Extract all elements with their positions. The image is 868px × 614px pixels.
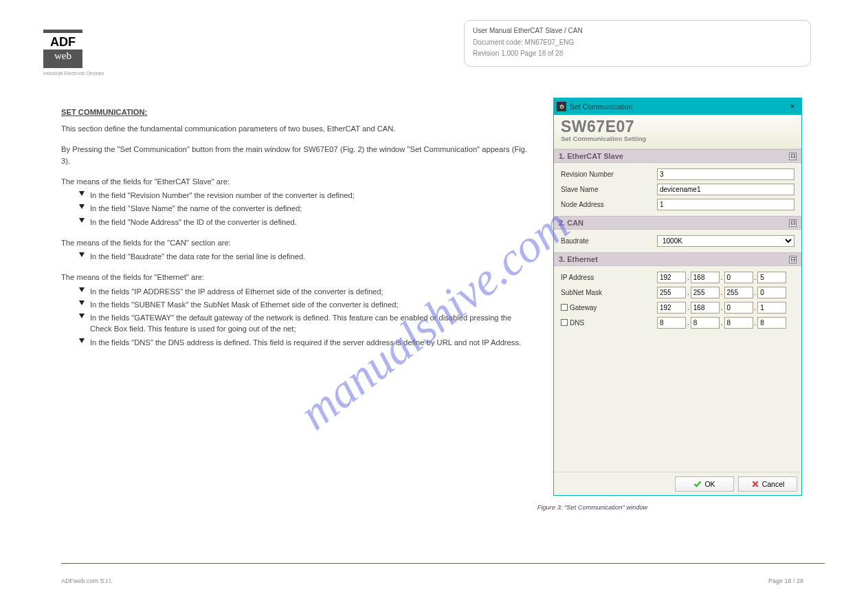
section-title: 1. EtherCAT Slave <box>559 152 623 160</box>
bullet-icon <box>78 191 85 198</box>
bullet-icon <box>78 287 85 294</box>
bullet-row: In the field "Baudrate" the data rate fo… <box>78 251 535 262</box>
ethernet-subhead: The means of the fields for "Ethernet" a… <box>61 272 535 283</box>
bullet-icon <box>78 204 85 211</box>
footer-text: ADFweb.com S.r.l. Page 18 / 28 <box>61 578 803 584</box>
header-line3: Revision 1.000 Page 18 of 28 <box>473 49 802 58</box>
header-line1: User Manual EtherCAT Slave / CAN <box>473 26 802 36</box>
bullet-row: In the fields "IP ADDRESS" the IP addres… <box>78 286 535 297</box>
bullet-icon <box>78 218 85 225</box>
bullet-text: In the fields "IP ADDRESS" the IP addres… <box>90 286 535 297</box>
ip-octet-2[interactable] <box>691 272 720 283</box>
x-icon <box>751 480 759 488</box>
bullet-text: In the field "Revision Number" the revis… <box>90 190 535 201</box>
cancel-button-label: Cancel <box>762 480 785 488</box>
logo: ADF web <box>43 30 82 68</box>
intro-paragraph-2: By Pressing the "Set Communication" butt… <box>61 144 535 166</box>
dns-octet-1[interactable] <box>657 317 686 329</box>
bullet-text: In the field "Baudrate" the data rate fo… <box>90 251 535 262</box>
footer-left: ADFweb.com S.r.l. <box>61 578 113 584</box>
bullet-text: In the field "Slave Name" the name of th… <box>90 203 535 214</box>
ethercat-subhead: The means of the fields for "EtherCAT Sl… <box>61 176 535 187</box>
bullet-icon <box>78 300 85 307</box>
bullet-text: In the fields "SUBNET Mask" the SubNet M… <box>90 299 535 310</box>
section-body-can: Baudrate 1000K <box>554 230 801 252</box>
gateway-octet-3[interactable] <box>724 302 753 314</box>
bullet-row: In the fields "DNS" the DNS address is d… <box>78 337 535 348</box>
gateway-octet-1[interactable] <box>657 302 686 314</box>
collapse-icon[interactable]: ⊟ <box>789 256 797 263</box>
ip-address-label: IP Address <box>561 274 657 281</box>
slave-name-input[interactable] <box>657 184 794 195</box>
gateway-octet-2[interactable] <box>691 302 720 314</box>
logo-text-top: ADF <box>43 33 82 50</box>
gateway-label-row: Gateway <box>561 304 657 311</box>
check-icon <box>693 480 702 488</box>
logo-text-bot: web <box>43 50 82 65</box>
subnet-octet-4[interactable] <box>757 287 786 298</box>
bullet-icon <box>78 338 85 345</box>
section-head-can[interactable]: 2. CAN ⊟ <box>554 216 801 230</box>
revision-label: Revision Number <box>561 171 657 178</box>
section-body-ethercat: Revision Number Slave Name Node Address <box>554 163 801 216</box>
dns-label: DNS <box>570 319 584 327</box>
bullet-text: In the fields "GATEWAY" the default gate… <box>90 312 535 334</box>
baudrate-select[interactable]: 1000K <box>657 235 794 247</box>
header-line2: Document code: MN67E07_ENG <box>473 38 802 47</box>
ip-octet-3[interactable] <box>724 272 753 283</box>
intro-paragraph-1: This section define the fundamental comm… <box>61 123 535 134</box>
subnet-octet-2[interactable] <box>691 287 720 298</box>
gateway-octet-4[interactable] <box>757 302 786 314</box>
section-head-ethercat[interactable]: 1. EtherCAT Slave ⊟ <box>554 149 801 163</box>
subnet-label: SubNet Mask <box>561 289 657 296</box>
ok-button[interactable]: OK <box>675 476 734 492</box>
header-box: User Manual EtherCAT Slave / CAN Documen… <box>464 20 811 67</box>
ip-octet-4[interactable] <box>757 272 786 283</box>
bullet-icon <box>78 252 85 259</box>
body-text: SET COMMUNICATION: This section define t… <box>61 107 535 350</box>
section-heading: SET COMMUNICATION: <box>61 107 535 118</box>
node-address-input[interactable] <box>657 199 794 210</box>
node-address-label: Node Address <box>561 201 657 208</box>
dns-checkbox[interactable] <box>561 319 568 326</box>
can-subhead: The means of the fields for the "CAN" se… <box>61 237 535 248</box>
subnet-octet-1[interactable] <box>657 287 686 298</box>
app-icon: ⚙ <box>557 102 566 111</box>
figure-caption: Figure 3: "Set Communication" window <box>493 504 692 511</box>
close-icon[interactable]: × <box>786 100 799 113</box>
ok-button-label: OK <box>704 480 715 488</box>
baudrate-label: Baudrate <box>561 237 657 245</box>
set-communication-dialog: ⚙ Set Communication × SW67E07 Set Commun… <box>553 98 802 496</box>
dns-octet-2[interactable] <box>691 317 720 329</box>
bullet-row: In the fields "GATEWAY" the default gate… <box>78 312 535 334</box>
dns-octet-4[interactable] <box>757 317 786 329</box>
subnet-octet-3[interactable] <box>724 287 753 298</box>
button-bar: OK Cancel <box>554 472 801 495</box>
bullet-icon <box>78 314 85 320</box>
dns-octet-3[interactable] <box>724 317 753 329</box>
revision-input[interactable] <box>657 168 794 180</box>
banner-title: SW67E07 <box>561 118 794 136</box>
banner: SW67E07 Set Communication Setting <box>554 115 801 149</box>
banner-subtitle: Set Communication Setting <box>561 135 794 142</box>
titlebar[interactable]: ⚙ Set Communication × <box>554 98 801 115</box>
slave-name-label: Slave Name <box>561 186 657 193</box>
footer-line <box>61 563 825 564</box>
bullet-text: In the field "Node Address" the ID of th… <box>90 217 535 228</box>
logo-subtitle: Industrial Electronic Devices <box>43 71 104 76</box>
section-title: 2. CAN <box>559 219 583 227</box>
gateway-checkbox[interactable] <box>561 304 568 311</box>
bullet-row: In the fields "SUBNET Mask" the SubNet M… <box>78 299 535 310</box>
section-head-ethernet[interactable]: 3. Ethernet ⊟ <box>554 252 801 266</box>
section-title: 3. Ethernet <box>559 255 598 263</box>
gateway-label: Gateway <box>570 304 597 311</box>
bullet-text: In the fields "DNS" the DNS address is d… <box>90 337 535 348</box>
collapse-icon[interactable]: ⊟ <box>789 219 797 227</box>
dns-label-row: DNS <box>561 319 657 327</box>
collapse-icon[interactable]: ⊟ <box>789 153 797 160</box>
ip-octet-1[interactable] <box>657 272 686 283</box>
titlebar-text: Set Communication <box>570 102 633 111</box>
cancel-button[interactable]: Cancel <box>738 476 797 492</box>
section-body-ethernet: IP Address . . . SubNet Mask . . . <box>554 266 801 334</box>
bullet-row: In the field "Slave Name" the name of th… <box>78 203 535 214</box>
